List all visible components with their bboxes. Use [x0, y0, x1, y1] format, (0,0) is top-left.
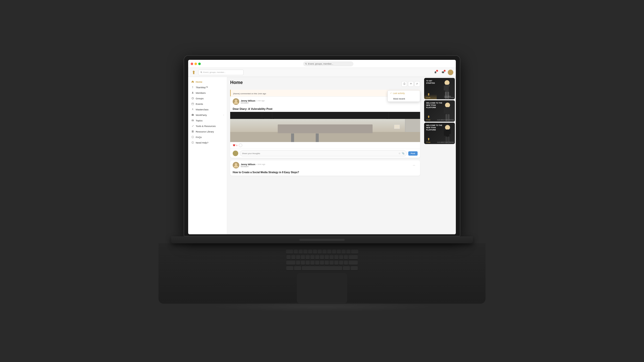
promo-card-3[interactable]: WELCOME TO THE NEW TITAN PLATFORM TITAN	[424, 123, 455, 144]
sidebar-item-tools[interactable]: Tools & Resources	[188, 123, 227, 129]
sort-icon	[416, 83, 419, 85]
groups-icon	[191, 97, 194, 100]
post-submit-button[interactable]: Post	[408, 151, 418, 156]
laptop-base	[171, 236, 473, 243]
promo-card-3-headline: WELCOME TO THE NEW TITAN PLATFORM	[426, 124, 443, 131]
sort-option-last-activity[interactable]: ✓ Last activity	[388, 90, 420, 96]
nav-search-input[interactable]: Event, groups, member...	[198, 70, 244, 75]
svg-rect-16	[193, 130, 194, 132]
sidebar-item-topics-label: Topics	[196, 119, 203, 122]
sidebar-item-resource-library-label: Resource Library	[196, 130, 214, 133]
svg-point-38	[445, 103, 450, 108]
right-sidebar: TO GET STARTED TITAN	[423, 77, 456, 234]
sidebar-item-groups[interactable]: Groups	[188, 96, 227, 101]
sidebar-item-masterclass-label: Masterclass	[196, 108, 209, 111]
notifications-button[interactable]	[433, 70, 438, 75]
spacebar	[302, 266, 342, 270]
comment-input-1[interactable]	[242, 152, 398, 155]
laptop-keyboard-area	[158, 243, 486, 304]
key-f4	[308, 250, 312, 254]
sidebar-item-members[interactable]: Members	[188, 90, 227, 96]
keyboard-row-fn	[286, 250, 358, 254]
sort-option-most-recent[interactable]: Most recent	[388, 96, 420, 102]
promo-card-2[interactable]: WELCOME TO THE NEW TITAN PLATFORM TITAN	[424, 100, 455, 122]
address-bar[interactable]	[203, 61, 453, 66]
sidebar-item-topics[interactable]: Topics	[188, 118, 227, 123]
key-esc	[286, 250, 293, 254]
svg-point-21	[192, 143, 193, 143]
bookmark-icon	[403, 83, 406, 85]
resource-library-icon	[191, 130, 194, 133]
bookmark-filter-btn[interactable]	[401, 81, 407, 87]
promo-card-1-text: STARTED	[426, 82, 435, 84]
sidebar-item-titanway[interactable]: TitanWay™	[188, 84, 227, 90]
sidebar-item-masterclass[interactable]: Masterclass	[188, 107, 227, 112]
promo-cta-3: CLICK HERE TO GET STARTED	[437, 142, 454, 143]
messages-button[interactable]	[440, 70, 446, 75]
svg-point-32	[445, 80, 450, 85]
sidebar-item-resource-library[interactable]: Resource Library	[188, 129, 227, 134]
nav-search-icon	[200, 71, 202, 73]
sidebar-item-events[interactable]: Events	[188, 101, 227, 107]
sidebar-item-titanway-label: TitanWay™	[196, 86, 208, 89]
post-reactions-1: 5	[230, 142, 420, 149]
home-icon	[191, 80, 194, 83]
comment-input-wrapper-1: ☺ 📎	[240, 150, 407, 156]
sort-dropdown: ✓ Last activity Most recent	[387, 90, 420, 102]
svg-rect-40	[444, 108, 446, 113]
user-avatar-nav[interactable]	[448, 70, 453, 75]
feed-area: Home	[227, 77, 423, 234]
sidebar-item-need-help[interactable]: Need Help?	[188, 140, 227, 145]
topics-icon	[191, 119, 194, 122]
key-f5	[313, 250, 317, 254]
titan-brand-3: TITAN	[426, 142, 431, 143]
workparty-collapse-arrow: ‹	[223, 114, 224, 116]
svg-rect-39	[446, 107, 449, 115]
nav-bar: Event, groups, member...	[188, 68, 456, 77]
post-author-2: Jenny Wilson • 1min ago MEMBER —	[230, 160, 420, 170]
svg-rect-34	[444, 85, 446, 90]
emoji-icon[interactable]: ☺	[398, 152, 400, 155]
svg-point-0	[305, 63, 307, 64]
key-f10	[337, 250, 341, 254]
bell-icon	[434, 71, 437, 74]
checkmark-icon: ✓	[390, 92, 392, 94]
message-icon	[441, 71, 445, 74]
search-input[interactable]	[308, 63, 352, 65]
titan-logo-promo-3	[426, 138, 431, 141]
post-collapse-btn-2[interactable]: —	[410, 163, 418, 167]
svg-rect-4	[442, 71, 444, 73]
titan-logo-icon	[191, 70, 196, 75]
filter-btn[interactable]	[408, 81, 414, 87]
author-time-2: • 1min ago	[256, 163, 265, 165]
sidebar-item-workparty[interactable]: WorkParty ‹	[188, 112, 227, 118]
url-input-wrapper[interactable]	[303, 61, 353, 66]
minimize-button[interactable]	[194, 63, 197, 65]
app-logo[interactable]	[191, 69, 197, 75]
sidebar-item-home[interactable]: Home	[188, 79, 227, 84]
screen-content: Event, groups, member...	[188, 60, 456, 234]
like-button-1[interactable]: 5	[233, 144, 237, 147]
maximize-button[interactable]	[198, 63, 201, 65]
post-title-1: Dear Diary: A Vulerability Post	[230, 106, 420, 112]
avatar-image-2	[233, 162, 239, 168]
sort-btn[interactable]	[415, 81, 420, 87]
post-title-2[interactable]: How to Create a Social Media Strategy in…	[230, 170, 420, 176]
key-f11	[342, 250, 346, 254]
nav-search-placeholder: Event, groups, member...	[203, 71, 226, 73]
masterclass-icon	[191, 108, 194, 111]
members-icon	[191, 91, 194, 94]
member-badge-2: MEMBER	[241, 166, 409, 167]
author-info-2: Jenny Wilson • 1min ago MEMBER	[241, 163, 409, 167]
comment-button-1[interactable]	[239, 144, 242, 147]
trackpad[interactable]	[297, 273, 347, 303]
sidebar-item-faqs[interactable]: ? FAQs	[188, 134, 227, 140]
promo-card-1[interactable]: TO GET STARTED TITAN	[424, 78, 455, 99]
svg-line-1	[306, 64, 307, 65]
sidebar-item-faqs-label: FAQs	[196, 136, 202, 139]
close-button[interactable]	[191, 63, 193, 65]
key-f2	[299, 250, 303, 254]
svg-point-6	[192, 98, 194, 99]
avatar-image-1	[233, 98, 239, 105]
attachment-icon[interactable]: 📎	[402, 152, 405, 155]
